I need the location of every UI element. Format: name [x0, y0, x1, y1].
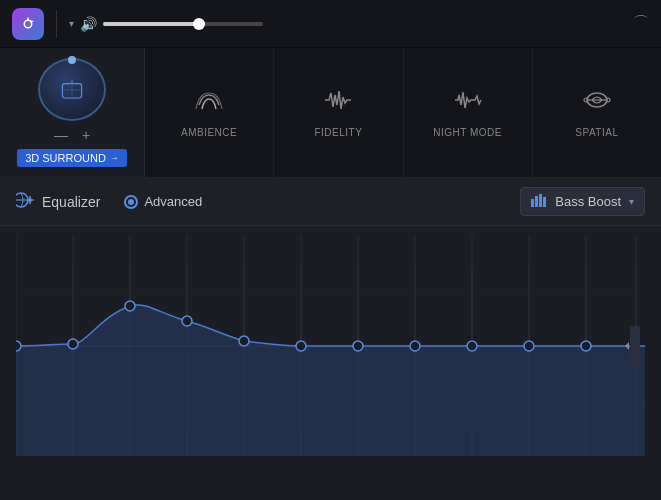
- effects-list: AMBIENCE FIDELITY NIGHT MODE: [145, 48, 661, 177]
- fidelity-label: FIDELITY: [314, 127, 362, 138]
- equalizer-icon: [16, 191, 34, 213]
- ambience-label: AMBIENCE: [181, 127, 237, 138]
- eq-header: Equalizer Advanced Bass Boost ▾: [0, 178, 661, 226]
- band-4-point: [239, 336, 249, 346]
- header-divider: [56, 10, 57, 38]
- preset-label: Bass Boost: [555, 194, 621, 209]
- volume-icon: 🔊: [80, 16, 97, 32]
- bars-icon: [531, 193, 547, 210]
- effect-fidelity[interactable]: FIDELITY: [274, 48, 403, 177]
- eq-mode-section: Advanced: [124, 194, 202, 209]
- band-5-point: [296, 341, 306, 351]
- svg-point-8: [606, 98, 610, 102]
- band-3-point: [182, 316, 192, 326]
- radio-dot-inner: [128, 199, 134, 205]
- fidelity-icon: [323, 87, 353, 119]
- surround-controls: — +: [54, 127, 90, 143]
- header-bar: ▾ 🔊 ⌒: [0, 0, 661, 48]
- surround-arrow: →: [110, 153, 119, 163]
- band-6-point: [353, 341, 363, 351]
- band-2-point: [125, 301, 135, 311]
- preset-chevron: ▾: [629, 196, 634, 207]
- volume-fill: [103, 22, 199, 26]
- surround-orb[interactable]: [38, 58, 106, 121]
- svg-rect-43: [630, 326, 640, 366]
- night-mode-label: NIGHT MODE: [433, 127, 502, 138]
- headphone-icon[interactable]: ⌒: [633, 13, 649, 34]
- band-7-point: [410, 341, 420, 351]
- svg-point-12: [28, 198, 32, 202]
- band-10-point: [581, 341, 591, 351]
- svg-rect-13: [531, 199, 534, 207]
- band-1-point: [68, 339, 78, 349]
- app-logo[interactable]: [12, 8, 44, 40]
- ambience-icon: [194, 87, 224, 119]
- volume-slider[interactable]: [103, 22, 263, 26]
- eq-section: Equalizer Advanced Bass Boost ▾: [0, 178, 661, 470]
- preset-dropdown[interactable]: Bass Boost ▾: [520, 187, 645, 216]
- eq-title: Equalizer: [42, 194, 100, 210]
- effect-night-mode[interactable]: NIGHT MODE: [404, 48, 533, 177]
- surround-label: 3D SURROUND: [25, 152, 106, 164]
- eq-graph: [16, 236, 645, 456]
- surround-panel: — + 3D SURROUND →: [0, 48, 145, 177]
- svg-point-7: [584, 98, 588, 102]
- effect-spatial[interactable]: SPATIAL: [533, 48, 661, 177]
- spatial-icon: [582, 87, 612, 119]
- svg-rect-16: [543, 197, 546, 207]
- band-0-point: [16, 341, 21, 351]
- svg-rect-14: [535, 196, 538, 207]
- band-9-point: [524, 341, 534, 351]
- band-8-point: [467, 341, 477, 351]
- advanced-radio[interactable]: [124, 195, 138, 209]
- night-mode-icon: [453, 87, 483, 119]
- volume-section: ▾ 🔊: [69, 16, 625, 32]
- eq-canvas: [0, 226, 661, 470]
- eq-title-section: Equalizer: [16, 191, 100, 213]
- svg-rect-15: [539, 194, 542, 207]
- dropdown-chevron[interactable]: ▾: [69, 18, 74, 29]
- advanced-label: Advanced: [144, 194, 202, 209]
- surround-button[interactable]: 3D SURROUND →: [17, 149, 127, 167]
- spatial-label: SPATIAL: [575, 127, 618, 138]
- volume-thumb: [193, 18, 205, 30]
- effect-ambience[interactable]: AMBIENCE: [145, 48, 274, 177]
- surround-minus[interactable]: —: [54, 127, 68, 143]
- surround-plus[interactable]: +: [82, 127, 90, 143]
- effects-row: — + 3D SURROUND → AMBIENCE: [0, 48, 661, 178]
